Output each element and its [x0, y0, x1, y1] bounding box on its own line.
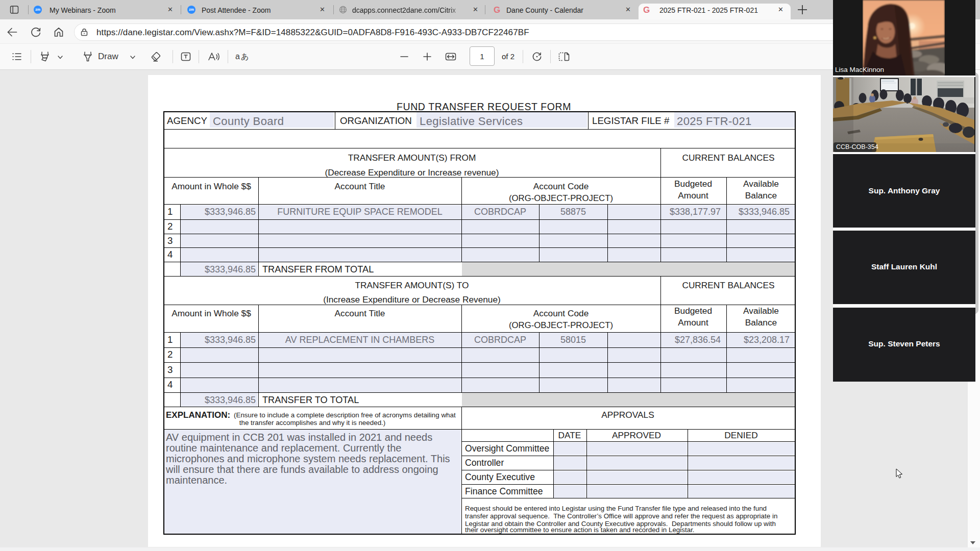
- svg-text:Amount in Whole $$: Amount in Whole $$: [172, 181, 251, 191]
- svg-text:CURRENT BALANCES: CURRENT BALANCES: [682, 280, 774, 290]
- svg-text:(ORG-OBJECT-PROJECT): (ORG-OBJECT-PROJECT): [509, 320, 613, 330]
- svg-text:$333,946.85: $333,946.85: [205, 207, 256, 217]
- svg-text:DENIED: DENIED: [724, 430, 757, 440]
- svg-text:the transfer accomplishes and: the transfer accomplishes and why it is …: [239, 419, 386, 427]
- svg-text:Legislative Services: Legislative Services: [420, 115, 523, 128]
- svg-text:Amount: Amount: [678, 190, 708, 201]
- svg-text:COBRDCAP: COBRDCAP: [474, 335, 526, 345]
- svg-text:Controller: Controller: [465, 458, 504, 468]
- svg-text:Account Title: Account Title: [335, 181, 385, 191]
- svg-text:LEGISTAR FILE #: LEGISTAR FILE #: [592, 115, 670, 126]
- svg-text:Budgeted: Budgeted: [674, 306, 712, 316]
- svg-text:TRANSFER FROM TOTAL: TRANSFER FROM TOTAL: [262, 264, 374, 274]
- svg-text:FUND TRANSFER REQUEST FORM: FUND TRANSFER REQUEST FORM: [397, 101, 571, 112]
- svg-text:Available: Available: [743, 306, 779, 316]
- svg-text:DATE: DATE: [558, 430, 581, 440]
- svg-text:Finance Committee: Finance Committee: [465, 486, 543, 496]
- svg-text:their oversight committee to e: their oversight committee to ensure acti…: [465, 526, 695, 534]
- svg-text:ORGANIZATION: ORGANIZATION: [340, 115, 412, 126]
- svg-text:1: 1: [167, 334, 173, 345]
- svg-text:Amount: Amount: [678, 317, 708, 328]
- svg-text:(Decrease Expenditure or Incre: (Decrease Expenditure or Increase revenu…: [325, 167, 499, 178]
- svg-text:58875: 58875: [560, 207, 586, 217]
- svg-text:FURNITURE EQUIP SPACE REMODEL: FURNITURE EQUIP SPACE REMODEL: [277, 207, 442, 217]
- svg-text:2: 2: [167, 221, 173, 232]
- svg-text:4: 4: [167, 379, 173, 390]
- svg-text:$333,946.85: $333,946.85: [739, 207, 790, 217]
- svg-text:Request should be entered into: Request should be entered into Legistar …: [465, 505, 767, 512]
- svg-text:Available: Available: [743, 179, 779, 189]
- svg-text:(Ensure to include a complete: (Ensure to include a complete descriptio…: [234, 411, 456, 419]
- svg-text:(ORG-OBJECT-PROJECT): (ORG-OBJECT-PROJECT): [509, 193, 613, 203]
- svg-text:Oversight Committee: Oversight Committee: [465, 443, 549, 454]
- svg-text:Amount in Whole $$: Amount in Whole $$: [172, 308, 251, 318]
- svg-text:3: 3: [167, 364, 173, 375]
- svg-text:maintenance.: maintenance.: [166, 474, 227, 486]
- svg-text:$333,946.85: $333,946.85: [205, 395, 256, 405]
- svg-text:AV REPLACEMENT IN CHAMBERS: AV REPLACEMENT IN CHAMBERS: [285, 335, 434, 345]
- svg-text:CURRENT BALANCES: CURRENT BALANCES: [682, 153, 774, 163]
- svg-text:4: 4: [167, 249, 173, 260]
- svg-text:County Executive: County Executive: [465, 472, 535, 482]
- svg-text:$333,946.85: $333,946.85: [205, 335, 256, 345]
- svg-text:58015: 58015: [560, 335, 586, 345]
- svg-text:2: 2: [167, 349, 173, 360]
- svg-text:AV equipment in CCB 201 was in: AV equipment in CCB 201 was installed in…: [166, 432, 432, 443]
- svg-text:$338,177.97: $338,177.97: [670, 207, 721, 217]
- svg-text:1: 1: [167, 206, 173, 217]
- svg-text:$333,946.85: $333,946.85: [205, 264, 256, 274]
- svg-text:TRANSFER AMOUNT(S) FROM: TRANSFER AMOUNT(S) FROM: [348, 153, 476, 163]
- svg-text:TRANSFER AMOUNT(S) TO: TRANSFER AMOUNT(S) TO: [355, 280, 469, 290]
- svg-text:COBRDCAP: COBRDCAP: [474, 207, 526, 217]
- svg-text:$27,836.54: $27,836.54: [675, 335, 721, 345]
- svg-text:TRANSFER TO TOTAL: TRANSFER TO TOTAL: [262, 395, 359, 405]
- svg-text:Budgeted: Budgeted: [674, 179, 712, 189]
- svg-text:Account Title: Account Title: [335, 308, 385, 318]
- svg-text:Balance: Balance: [745, 190, 777, 201]
- svg-text:3: 3: [167, 235, 173, 246]
- svg-text:County Board: County Board: [213, 115, 284, 128]
- svg-text:(Increase Expenditure or Decre: (Increase Expenditure or Decrease Revenu…: [323, 294, 501, 305]
- svg-text:routine maintenance and replac: routine maintenance and replacement. Cur…: [166, 442, 401, 454]
- svg-text:AGENCY: AGENCY: [167, 115, 207, 126]
- svg-text:transfer approval sequence. T: transfer approval sequence. The Controll…: [465, 512, 777, 520]
- svg-text:microphones and microphone sys: microphones and microphone system needs …: [166, 453, 450, 464]
- svg-text:will ensure that there are fun: will ensure that there are funds availab…: [165, 464, 438, 475]
- svg-text:2025 FTR-021: 2025 FTR-021: [677, 115, 752, 128]
- svg-text:$23,208.17: $23,208.17: [744, 335, 790, 345]
- svg-text:Account Code: Account Code: [533, 308, 589, 318]
- svg-text:APPROVALS: APPROVALS: [601, 410, 654, 420]
- svg-text:Balance: Balance: [745, 317, 777, 328]
- svg-text:APPROVED: APPROVED: [612, 430, 661, 440]
- svg-text:Account Code: Account Code: [533, 181, 589, 191]
- svg-text:EXPLANATION:: EXPLANATION:: [166, 410, 230, 420]
